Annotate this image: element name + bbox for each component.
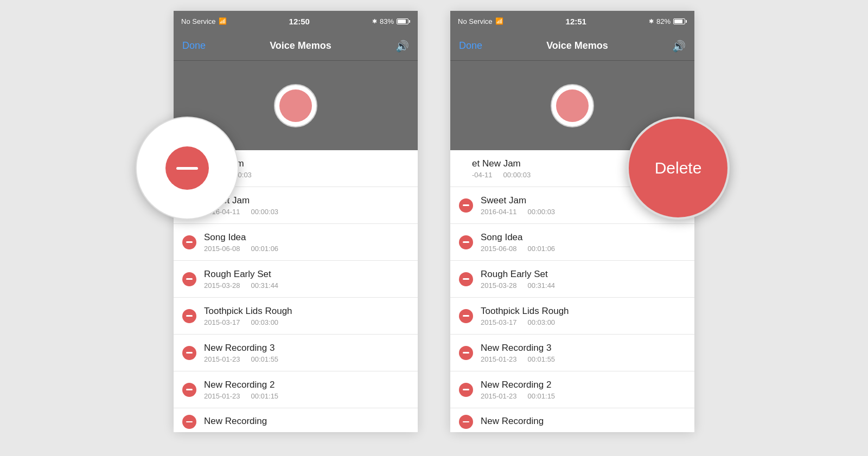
list-item[interactable]: New Recording 3 2015-01-2300:01:55 — [174, 335, 418, 371]
minus-button[interactable] — [459, 415, 473, 429]
list-item[interactable]: New Recording 2 2015-01-2300:01:15 — [174, 371, 418, 408]
minus-button[interactable] — [459, 235, 473, 249]
minus-button[interactable] — [459, 346, 473, 360]
record-inner-right — [556, 89, 589, 122]
list-item[interactable]: New Recording 3 2015-01-2300:01:55 — [450, 335, 694, 371]
minus-button[interactable] — [459, 309, 473, 323]
minus-button[interactable] — [182, 309, 196, 323]
minus-button[interactable] — [459, 198, 473, 213]
nav-title-right: Voice Memos — [546, 40, 608, 52]
nav-title-left: Voice Memos — [270, 40, 331, 52]
minus-button[interactable] — [459, 383, 473, 397]
list-item[interactable]: Toothpick Lids Rough 2015-03-1700:03:00 — [174, 298, 418, 335]
list-item[interactable]: Song Idea 2015-06-0800:01:06 — [174, 224, 418, 261]
status-bar-left: No Service 📶 12:50 ✱ 83% — [174, 11, 418, 31]
time-right: 12:51 — [566, 17, 586, 26]
speaker-icon-right[interactable]: 🔊 — [672, 40, 686, 53]
list-item[interactable]: Toothpick Lids Rough 2015-03-1700:03:00 — [450, 298, 694, 335]
done-button-left[interactable]: Done — [182, 40, 206, 52]
minus-button[interactable] — [182, 415, 196, 429]
time-left: 12:50 — [289, 17, 310, 26]
magnify-minus-icon — [165, 146, 209, 190]
record-button-right[interactable] — [551, 84, 594, 127]
minus-button[interactable] — [182, 346, 196, 360]
status-bar-right: No Service 📶 12:51 ✱ 82% — [450, 11, 694, 31]
nav-bar-left: Done Voice Memos 🔊 — [174, 31, 418, 61]
battery-pct-left: 83% — [380, 17, 394, 25]
left-phone: No Service 📶 12:50 ✱ 83% Done Voice Memo… — [174, 11, 418, 432]
list-item[interactable]: Rough Early Set 2015-03-2800:31:44 — [450, 261, 694, 298]
minus-button[interactable] — [182, 235, 196, 249]
wifi-icon-left: 📶 — [219, 17, 227, 25]
record-button-left[interactable] — [274, 84, 317, 127]
bluetooth-icon-left: ✱ — [372, 18, 377, 25]
magnify-overlay-left — [136, 117, 239, 220]
speaker-icon-left[interactable]: 🔊 — [395, 40, 409, 53]
bluetooth-icon-right: ✱ — [649, 18, 654, 25]
battery-pct-right: 82% — [656, 17, 671, 25]
minus-button[interactable] — [182, 383, 196, 397]
page-wrapper: No Service 📶 12:50 ✱ 83% Done Voice Memo… — [0, 0, 868, 456]
right-phone: No Service 📶 12:51 ✱ 82% Done Voice Memo… — [450, 11, 694, 432]
wifi-icon-right: 📶 — [495, 17, 503, 25]
record-inner-left — [279, 89, 312, 122]
list-item[interactable]: Song Idea 2015-06-0800:01:06 — [450, 224, 694, 261]
list-item-partial[interactable]: New Recording — [450, 408, 694, 432]
list-item-partial[interactable]: New Recording — [174, 408, 418, 432]
list-item[interactable]: New Recording 2 2015-01-2300:01:15 — [450, 371, 694, 408]
minus-button[interactable] — [182, 272, 196, 286]
battery-icon-right — [673, 18, 687, 24]
delete-overlay-right[interactable]: Delete — [627, 117, 730, 220]
done-button-right[interactable]: Done — [459, 40, 482, 52]
delete-label: Delete — [655, 159, 702, 177]
minus-button[interactable] — [459, 272, 473, 286]
nav-bar-right: Done Voice Memos 🔊 — [450, 31, 694, 61]
list-item[interactable]: Rough Early Set 2015-03-2800:31:44 — [174, 261, 418, 298]
carrier-left: No Service — [181, 17, 216, 25]
carrier-right: No Service — [458, 17, 493, 25]
battery-icon-left — [397, 18, 410, 24]
